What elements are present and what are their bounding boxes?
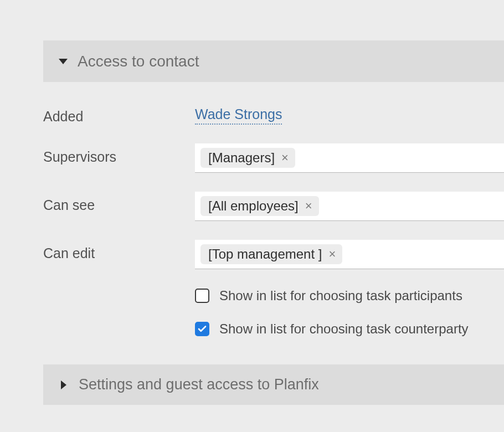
field-supervisors: Supervisors [Managers] ×	[43, 143, 504, 173]
access-to-contact-header[interactable]: Access to contact	[43, 40, 504, 82]
remove-tag-icon[interactable]: ×	[327, 248, 337, 260]
caret-right-icon	[61, 380, 66, 389]
added-user-link[interactable]: Wade Strongs	[195, 106, 282, 125]
supervisors-tag: [Managers] ×	[200, 148, 295, 168]
caret-down-icon	[59, 59, 68, 64]
can-see-input[interactable]: [All employees] ×	[195, 192, 504, 221]
section-title: Settings and guest access to Planfix	[79, 376, 319, 393]
added-label: Added	[43, 103, 195, 125]
can-edit-label: Can edit	[43, 240, 195, 261]
supervisors-input[interactable]: [Managers] ×	[195, 143, 504, 173]
field-can-edit: Can edit [Top management ] ×	[43, 240, 504, 269]
section-title: Access to contact	[78, 53, 199, 70]
can-edit-tag: [Top management ] ×	[200, 244, 342, 264]
remove-tag-icon[interactable]: ×	[304, 200, 313, 212]
can-edit-input[interactable]: [Top management ] ×	[195, 240, 504, 269]
participants-checkbox[interactable]	[195, 289, 209, 303]
remove-tag-icon[interactable]: ×	[280, 152, 290, 164]
counterparty-checkbox[interactable]	[195, 322, 209, 336]
field-can-see: Can see [All employees] ×	[43, 192, 504, 221]
participants-checkbox-label: Show in list for choosing task participa…	[219, 288, 462, 304]
tag-text: [All employees]	[208, 198, 299, 214]
settings-guest-access-header[interactable]: Settings and guest access to Planfix	[43, 364, 504, 405]
can-see-tag: [All employees] ×	[200, 196, 319, 216]
tag-text: [Managers]	[208, 150, 275, 166]
field-added: Added Wade Strongs	[43, 103, 504, 125]
supervisors-label: Supervisors	[43, 143, 195, 165]
can-see-label: Can see	[43, 192, 195, 213]
counterparty-checkbox-label: Show in list for choosing task counterpa…	[219, 321, 469, 337]
check-icon	[197, 324, 207, 334]
tag-text: [Top management ]	[208, 246, 322, 262]
checkbox-row-counterparty: Show in list for choosing task counterpa…	[195, 321, 504, 337]
checkbox-row-participants: Show in list for choosing task participa…	[195, 288, 504, 304]
